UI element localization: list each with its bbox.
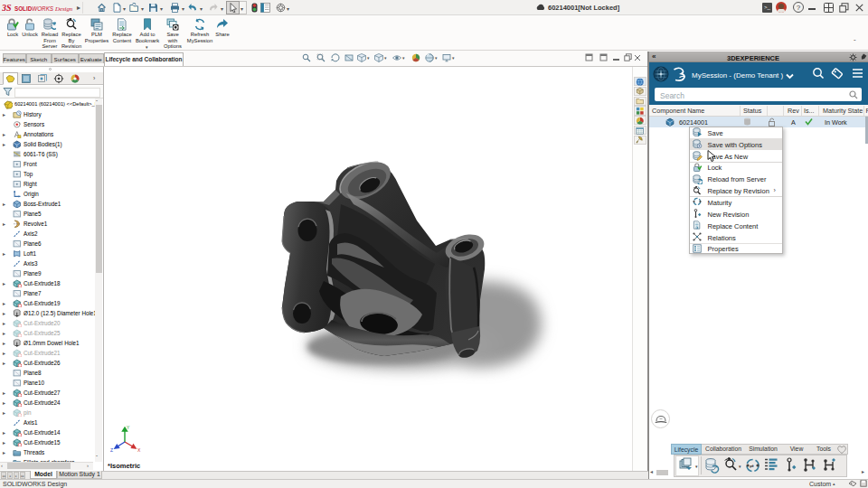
svg-text:SOLIDWORKS: SOLIDWORKS [14,5,54,12]
svg-text:⇄: ⇄ [750,464,754,469]
svg-text:Y: Y [127,425,130,430]
svg-text:Design: Design [54,5,73,12]
svg-text:X: X [137,447,141,453]
svg-text:3S: 3S [2,3,12,13]
svg-text:Z: Z [110,447,113,453]
